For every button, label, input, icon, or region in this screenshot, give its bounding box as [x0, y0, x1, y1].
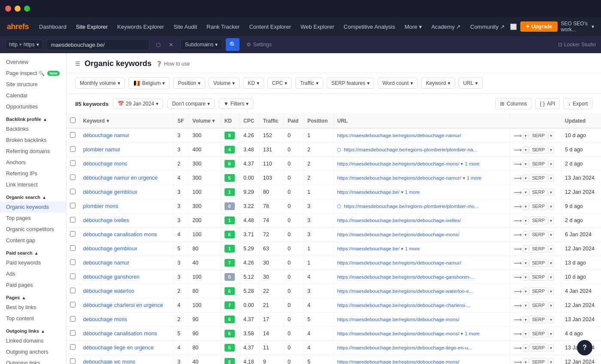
nav-site-explorer[interactable]: Site Explorer — [72, 21, 112, 33]
trend-icon[interactable]: ⟿ — [514, 331, 522, 337]
trend-icon[interactable]: ⟿ — [514, 246, 522, 252]
clear-url-icon[interactable]: ✕ — [166, 39, 177, 50]
trend-chevron[interactable]: ▾ — [523, 259, 528, 267]
serp-chevron[interactable]: ▾ — [548, 245, 554, 253]
serp-button[interactable]: SERP — [529, 132, 547, 139]
header-cpc[interactable]: CPC — [240, 114, 260, 128]
nav-competitive-analysis[interactable]: Competitive Analysis — [340, 21, 400, 33]
country-filter[interactable]: 🇧🇪 Belgium ▾ — [128, 77, 170, 89]
row-checkbox[interactable] — [67, 242, 79, 256]
trend-icon[interactable]: ⟿ — [514, 217, 522, 224]
header-volume[interactable]: Volume ▾ — [189, 114, 221, 128]
serp-chevron[interactable]: ▾ — [548, 160, 554, 168]
sidebar-item-organic-keywords[interactable]: Organic keywords — [0, 202, 66, 213]
trend-icon[interactable]: ⟿ — [514, 175, 522, 181]
trend-chevron[interactable]: ▾ — [523, 245, 528, 253]
row-checkbox[interactable] — [67, 171, 79, 185]
cpc-filter[interactable]: CPC ▾ — [267, 78, 292, 89]
trend-icon[interactable]: ⟿ — [514, 232, 522, 238]
serp-button[interactable]: SERP — [529, 287, 547, 295]
sidebar-item-site-structure[interactable]: Site structure — [0, 79, 66, 90]
serp-button[interactable]: SERP — [529, 188, 547, 196]
trend-icon[interactable]: ⟿ — [514, 359, 522, 364]
sidebar-item-ads[interactable]: Ads — [0, 268, 66, 280]
sidebar-item-calendar[interactable]: Calendar — [0, 90, 66, 101]
open-url-icon[interactable]: ⬡ — [153, 39, 164, 50]
row-checkbox[interactable] — [67, 143, 79, 157]
header-keyword[interactable]: Keyword ▾ — [79, 114, 174, 128]
nav-keywords-explorer[interactable]: Keywords Explorer — [113, 21, 168, 33]
nav-community[interactable]: Community ↗ — [466, 21, 509, 33]
trend-icon[interactable]: ⟿ — [514, 161, 522, 167]
serp-button[interactable]: SERP — [529, 217, 547, 224]
nav-more[interactable]: More ▾ — [400, 21, 426, 33]
sidebar-item-link-intersect[interactable]: Link intersect — [0, 179, 66, 190]
looker-studio-button[interactable]: ⊡ Looker Studio — [558, 42, 596, 48]
serp-button[interactable]: SERP — [529, 344, 547, 352]
traffic-light-red[interactable] — [5, 6, 11, 12]
sidebar-item-opportunities[interactable]: Opportunities — [0, 101, 66, 112]
sidebar-item-broken-backlinks[interactable]: Broken backlinks — [0, 135, 66, 146]
trend-chevron[interactable]: ▾ — [523, 358, 528, 364]
sidebar-item-organic-competitors[interactable]: Organic competitors — [0, 224, 66, 235]
header-updated[interactable]: Updated — [562, 114, 601, 128]
serp-chevron[interactable]: ▾ — [548, 358, 554, 364]
monthly-volume-filter[interactable]: Monthly volume ▾ — [75, 78, 125, 89]
more-url-chevron[interactable]: ▾ — [461, 331, 463, 336]
sidebar-item-outgoing-anchors[interactable]: Outgoing anchors — [0, 346, 66, 358]
sidebar-item-top-pages[interactable]: Top pages — [0, 213, 66, 224]
nav-site-audit[interactable]: Site Audit — [169, 21, 201, 33]
serp-chevron[interactable]: ▾ — [548, 217, 554, 224]
nav-web-explorer[interactable]: Web Explorer — [296, 21, 339, 33]
trend-icon[interactable]: ⟿ — [514, 274, 522, 280]
section-toggle-outgoing[interactable]: ▲ — [41, 329, 45, 334]
sidebar-item-referring-domains[interactable]: Referring domains — [0, 146, 66, 157]
serp-chevron[interactable]: ▾ — [548, 146, 554, 153]
row-checkbox[interactable] — [67, 313, 79, 327]
trend-icon[interactable]: ⟿ — [514, 288, 522, 295]
nav-content-explorer[interactable]: Content Explorer — [245, 21, 295, 33]
row-checkbox[interactable] — [67, 341, 79, 355]
workspace-label[interactable]: SEO SEO's work... ▾ — [561, 21, 594, 33]
trend-chevron[interactable]: ▾ — [523, 288, 528, 295]
protocol-select[interactable]: http + https ▾ — [5, 39, 43, 50]
more-url-chevron[interactable]: ▾ — [463, 175, 465, 180]
sidebar-item-paid-pages[interactable]: Paid pages — [0, 280, 66, 291]
volume-filter[interactable]: Volume ▾ — [209, 78, 240, 89]
row-checkbox[interactable] — [67, 256, 79, 270]
row-checkbox[interactable] — [67, 298, 79, 313]
hamburger-icon[interactable]: ☰ — [75, 60, 80, 67]
sidebar-item-outgoing-links[interactable]: Outgoing links — [0, 358, 66, 364]
row-checkbox[interactable] — [67, 284, 79, 298]
url-input-display[interactable]: maesdebouchage.be/ — [46, 39, 149, 51]
trend-icon[interactable]: ⟿ — [514, 203, 522, 210]
trend-chevron[interactable]: ▾ — [523, 189, 528, 196]
sidebar-item-top-content[interactable]: Top content — [0, 313, 66, 324]
date-picker-button[interactable]: 📅 29 Jan 2024 ▾ — [113, 99, 163, 109]
serp-chevron[interactable]: ▾ — [548, 189, 554, 196]
section-toggle-backlink[interactable]: ▲ — [43, 117, 47, 122]
header-url[interactable]: URL — [334, 114, 510, 128]
trend-icon[interactable]: ⟿ — [514, 316, 522, 323]
settings-button[interactable]: ⚙ Settings — [243, 39, 275, 50]
sidebar-item-anchors[interactable]: Anchors — [0, 157, 66, 168]
keyword-filter[interactable]: Keyword ▾ — [421, 78, 455, 89]
section-toggle-paid[interactable]: ▲ — [34, 251, 39, 256]
trend-chevron[interactable]: ▾ — [523, 174, 528, 182]
row-checkbox[interactable] — [67, 128, 79, 143]
row-checkbox[interactable] — [67, 355, 79, 364]
trend-chevron[interactable]: ▾ — [523, 203, 528, 210]
compare-button[interactable]: Don't compare ▾ — [167, 99, 215, 109]
header-sf[interactable]: SF — [174, 114, 189, 128]
section-toggle-pages[interactable]: ▲ — [21, 295, 26, 300]
api-button[interactable]: { } API — [535, 98, 560, 109]
trend-chevron[interactable]: ▾ — [523, 330, 528, 337]
trend-icon[interactable]: ⟿ — [514, 302, 522, 309]
trend-chevron[interactable]: ▾ — [523, 217, 528, 224]
serp-chevron[interactable]: ▾ — [548, 288, 554, 295]
trend-icon[interactable]: ⟿ — [514, 147, 522, 153]
more-url-chevron[interactable]: ▾ — [401, 246, 404, 251]
row-checkbox[interactable] — [67, 185, 79, 199]
header-paid[interactable]: Paid — [284, 114, 304, 128]
serp-chevron[interactable]: ▾ — [548, 132, 554, 139]
